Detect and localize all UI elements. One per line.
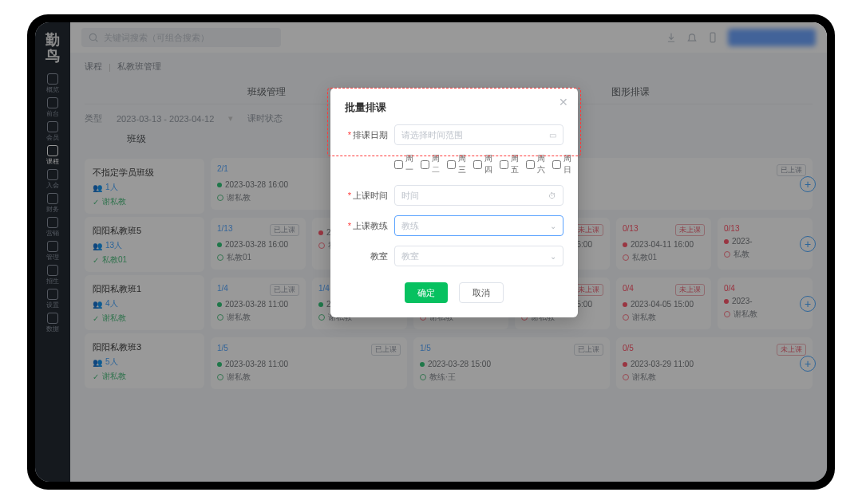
weekday-label: 周六 bbox=[537, 153, 545, 175]
chevron-down-icon: ⌄ bbox=[550, 252, 556, 261]
weekday-checkbox-input[interactable] bbox=[552, 160, 561, 169]
weekday-label: 周四 bbox=[484, 153, 492, 175]
time-label: 上课时间 bbox=[353, 191, 388, 200]
weekday-label: 周三 bbox=[458, 153, 466, 175]
weekday-checkbox[interactable]: 周四 bbox=[473, 153, 492, 175]
coach-select[interactable]: 教练 ⌄ bbox=[394, 215, 563, 236]
weekday-checkbox[interactable]: 周日 bbox=[552, 153, 571, 175]
coach-label: 上课教练 bbox=[353, 221, 388, 230]
weekday-checkbox-input[interactable] bbox=[394, 160, 403, 169]
date-placeholder: 请选择时间范围 bbox=[401, 129, 463, 141]
tablet-frame: 勤鸟 概览前台会员课程入会财务营销管理招生设置数据 关键词搜索（可组合搜索） 课… bbox=[27, 14, 835, 490]
clock-icon: ⏱ bbox=[548, 191, 556, 200]
confirm-button[interactable]: 确定 bbox=[405, 282, 448, 303]
weekday-checkbox-input[interactable] bbox=[447, 160, 456, 169]
weekday-checkbox-input[interactable] bbox=[526, 160, 535, 169]
weekday-checkbox[interactable]: 周一 bbox=[394, 153, 413, 175]
bulk-schedule-modal: 批量排课 ✕ *排课日期 请选择时间范围 ▭ 周一周二周三周四周五周六周日 *上… bbox=[330, 88, 578, 317]
weekday-checkbox[interactable]: 周二 bbox=[421, 153, 440, 175]
weekday-label: 周二 bbox=[432, 153, 440, 175]
weekday-checkbox[interactable]: 周三 bbox=[447, 153, 466, 175]
date-range-input[interactable]: 请选择时间范围 ▭ bbox=[394, 124, 563, 145]
coach-placeholder: 教练 bbox=[401, 220, 419, 232]
time-input[interactable]: 时间 ⏱ bbox=[394, 185, 563, 206]
room-select[interactable]: 教室 ⌄ bbox=[394, 246, 563, 266]
weekday-row: 周一周二周三周四周五周六周日 bbox=[345, 153, 563, 175]
weekday-checkbox[interactable]: 周五 bbox=[500, 153, 519, 175]
time-placeholder: 时间 bbox=[401, 190, 419, 202]
weekday-label: 周一 bbox=[405, 153, 413, 175]
calendar-icon: ▭ bbox=[549, 131, 556, 140]
cancel-button[interactable]: 取消 bbox=[459, 282, 504, 303]
weekday-checkbox-input[interactable] bbox=[500, 160, 508, 169]
weekday-label: 周日 bbox=[563, 153, 571, 175]
weekday-label: 周五 bbox=[511, 153, 519, 175]
weekday-checkbox-input[interactable] bbox=[473, 160, 482, 169]
app-screen: 勤鸟 概览前台会员课程入会财务营销管理招生设置数据 关键词搜索（可组合搜索） 课… bbox=[35, 22, 827, 482]
date-label: 排课日期 bbox=[353, 130, 388, 140]
weekday-checkbox[interactable]: 周六 bbox=[526, 153, 545, 175]
weekday-checkbox-input[interactable] bbox=[421, 160, 429, 169]
room-placeholder: 教室 bbox=[401, 250, 419, 262]
close-icon[interactable]: ✕ bbox=[559, 96, 568, 108]
chevron-down-icon: ⌄ bbox=[550, 222, 556, 230]
room-label: 教室 bbox=[370, 251, 388, 261]
modal-title: 批量排课 bbox=[345, 100, 563, 115]
